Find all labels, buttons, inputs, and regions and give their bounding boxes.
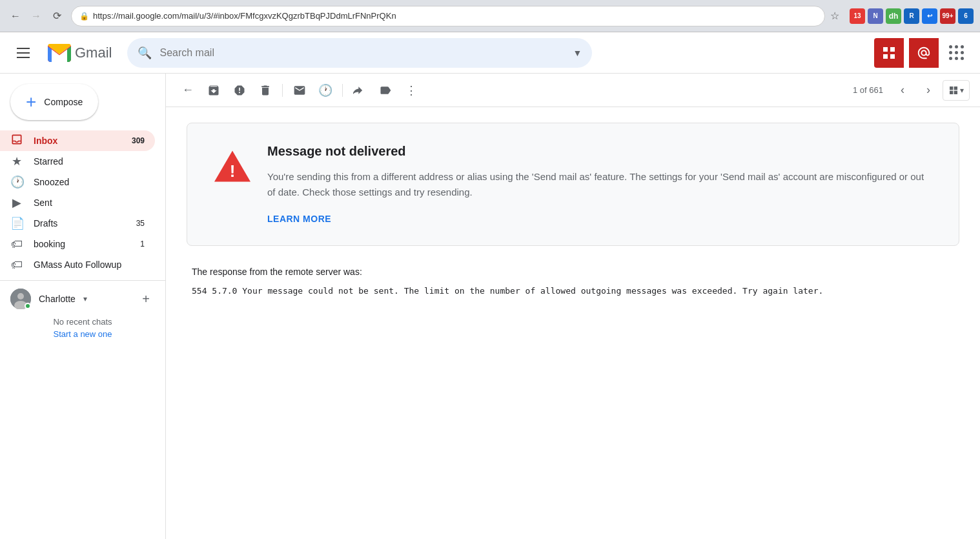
chat-section: Charlotte ▾ + No recent chats Start a ne… xyxy=(0,280,165,344)
apps-grid-button[interactable] xyxy=(944,40,970,66)
error-title: Message not delivered xyxy=(267,144,933,159)
booking-label: booking xyxy=(34,239,130,249)
svg-rect-10 xyxy=(954,90,957,94)
forward-button[interactable]: → xyxy=(27,7,45,25)
hamburger-line-2 xyxy=(17,52,30,54)
gmail-body: + Compose Inbox 309 ★ Starred 🕐 Snoozed xyxy=(0,74,980,539)
bookmark-icon[interactable]: ☆ xyxy=(830,10,839,22)
view-toggle[interactable]: ▾ xyxy=(943,80,970,101)
email-content: ← 🕐 xyxy=(165,74,980,539)
svg-rect-7 xyxy=(950,86,953,90)
gmail-wordmark: Gmail xyxy=(75,45,112,61)
warning-triangle-icon: ! xyxy=(213,147,252,185)
label-icon-gmass: 🏷 xyxy=(10,258,23,272)
browser-nav-buttons: ← → ⟳ xyxy=(6,7,66,25)
drafts-icon: 📄 xyxy=(10,216,23,230)
chat-user-row[interactable]: Charlotte ▾ + xyxy=(10,286,155,312)
page-counter: 1 of 661 xyxy=(853,85,883,95)
ext-icon-4[interactable]: R xyxy=(904,8,919,24)
red-at-button[interactable] xyxy=(909,38,939,68)
hamburger-button[interactable] xyxy=(10,40,36,66)
next-email-button[interactable]: › xyxy=(917,79,940,102)
gmail-app: Gmail 🔍 ▼ xyxy=(0,32,980,539)
sidebar-item-inbox[interactable]: Inbox 309 xyxy=(0,130,155,151)
svg-text:!: ! xyxy=(230,161,236,181)
mark-unread-button[interactable] xyxy=(288,79,311,102)
svg-rect-3 xyxy=(890,54,895,59)
hamburger-line-3 xyxy=(17,57,30,58)
starred-label: Starred xyxy=(34,156,145,167)
snooze-button[interactable]: 🕐 xyxy=(314,79,337,102)
booking-badge: 1 xyxy=(140,239,145,249)
inbox-icon xyxy=(10,133,23,149)
server-response-section: The response from the remote server was:… xyxy=(187,267,959,298)
chat-dropdown-icon[interactable]: ▾ xyxy=(83,294,87,303)
error-card: ! Message not delivered You're sending t… xyxy=(187,123,959,246)
sidebar-item-starred[interactable]: ★ Starred xyxy=(0,151,155,172)
svg-rect-0 xyxy=(883,47,888,52)
view-toggle-arrow: ▾ xyxy=(960,86,964,95)
move-to-button[interactable] xyxy=(348,79,371,102)
sent-icon: ▶ xyxy=(10,196,23,210)
svg-rect-1 xyxy=(890,47,895,52)
error-description: You're sending this from a different add… xyxy=(267,169,933,200)
label-button[interactable] xyxy=(374,79,397,102)
hamburger-line-1 xyxy=(17,48,30,49)
ext-icon-1[interactable]: 13 xyxy=(850,8,865,24)
inbox-label: Inbox xyxy=(34,136,121,146)
inbox-badge: 309 xyxy=(132,136,145,145)
drafts-label: Drafts xyxy=(34,218,126,229)
search-bar[interactable]: 🔍 ▼ xyxy=(127,38,592,68)
browser-extensions: 13 N dh R ↩ 99+ 6 xyxy=(850,8,974,24)
server-response-code: 554 5.7.0 Your message could not be sent… xyxy=(192,285,954,298)
avatar xyxy=(10,289,31,309)
ext-icon-3[interactable]: dh xyxy=(886,8,901,24)
lock-icon: 🔒 xyxy=(79,12,89,21)
start-new-chat-link[interactable]: Start a new one xyxy=(10,329,155,339)
sidebar-item-snoozed[interactable]: 🕐 Snoozed xyxy=(0,172,155,192)
server-response-label: The response from the remote server was: xyxy=(192,267,954,277)
error-message-content: Message not delivered You're sending thi… xyxy=(267,144,933,225)
search-input[interactable] xyxy=(159,47,565,59)
report-spam-button[interactable] xyxy=(228,79,251,102)
red-grid-button[interactable] xyxy=(874,38,904,68)
archive-button[interactable] xyxy=(202,79,225,102)
address-bar[interactable]: 🔒 https://mail.google.com/mail/u/3/#inbo… xyxy=(71,6,825,26)
sidebar-item-sent[interactable]: ▶ Sent xyxy=(0,192,155,213)
online-indicator xyxy=(25,303,31,309)
header-right xyxy=(874,38,970,68)
back-to-inbox-button[interactable]: ← xyxy=(176,79,199,102)
star-icon: ★ xyxy=(10,154,23,168)
browser-chrome: ← → ⟳ 🔒 https://mail.google.com/mail/u/3… xyxy=(0,0,980,32)
prev-email-button[interactable]: ‹ xyxy=(891,79,914,102)
chat-username: Charlotte xyxy=(39,294,76,304)
add-chat-button[interactable]: + xyxy=(137,290,155,308)
email-toolbar: ← 🕐 xyxy=(166,74,980,107)
compose-plus-icon: + xyxy=(26,93,36,111)
ext-icon-6[interactable]: 99+ xyxy=(940,8,955,24)
ext-icon-7[interactable]: 6 xyxy=(958,8,974,24)
sent-label: Sent xyxy=(34,198,145,208)
snoozed-label: Snoozed xyxy=(34,177,145,187)
sidebar-item-drafts[interactable]: 📄 Drafts 35 xyxy=(0,213,155,234)
reload-button[interactable]: ⟳ xyxy=(48,7,66,25)
ext-icon-2[interactable]: N xyxy=(868,8,883,24)
search-icon: 🔍 xyxy=(138,46,152,60)
sidebar-item-booking[interactable]: 🏷 booking 1 xyxy=(0,234,155,254)
no-chats-text: No recent chats xyxy=(10,312,155,329)
snooze-icon: 🕐 xyxy=(10,175,23,189)
svg-rect-9 xyxy=(950,90,953,94)
delete-button[interactable] xyxy=(254,79,277,102)
gmail-m-icon xyxy=(46,40,72,66)
ext-icon-5[interactable]: ↩ xyxy=(922,8,937,24)
learn-more-link[interactable]: LEARN MORE xyxy=(267,214,331,224)
sidebar-item-gmass[interactable]: 🏷 GMass Auto Followup xyxy=(0,254,155,275)
compose-label: Compose xyxy=(44,97,83,107)
back-button[interactable]: ← xyxy=(6,7,25,25)
compose-button[interactable]: + Compose xyxy=(10,84,98,120)
svg-rect-8 xyxy=(954,86,957,90)
more-options-button[interactable]: ⋮ xyxy=(400,79,423,102)
search-dropdown-icon[interactable]: ▼ xyxy=(573,48,582,58)
gmail-header: Gmail 🔍 ▼ xyxy=(0,32,980,74)
toolbar-divider-1 xyxy=(282,84,283,97)
